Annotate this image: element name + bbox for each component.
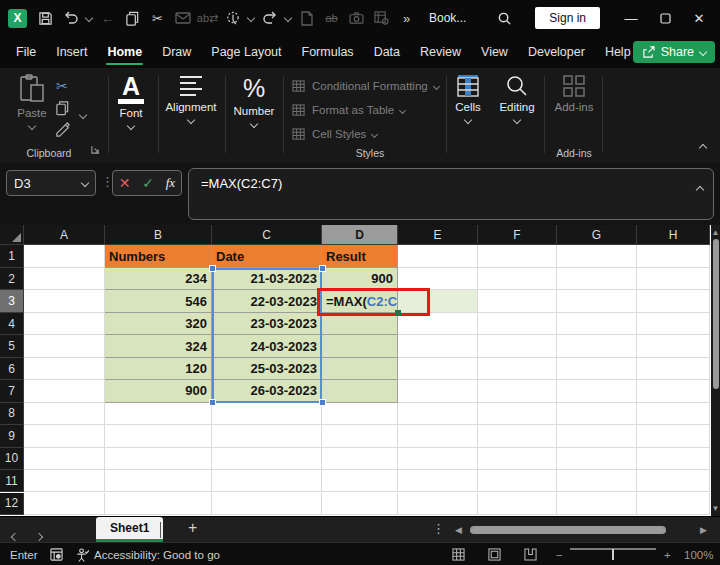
cell-H12[interactable] bbox=[637, 493, 710, 516]
vertical-scroll-thumb[interactable] bbox=[713, 239, 719, 389]
tab-draw[interactable]: Draw bbox=[152, 36, 201, 68]
cell-B4[interactable]: 320 bbox=[105, 313, 212, 335]
row-header-5[interactable]: 5 bbox=[0, 335, 24, 357]
cell-G10[interactable] bbox=[557, 448, 637, 470]
cell-G5[interactable] bbox=[557, 335, 637, 357]
cell-C8[interactable] bbox=[212, 403, 322, 425]
cell-C12[interactable] bbox=[212, 493, 322, 516]
format-painter-button[interactable] bbox=[54, 122, 71, 143]
cell-A8[interactable] bbox=[24, 403, 105, 425]
row-header-10[interactable]: 10 bbox=[0, 448, 24, 470]
cell-E8[interactable] bbox=[398, 403, 478, 425]
row-header-4[interactable]: 4 bbox=[0, 313, 24, 335]
accessibility-status[interactable]: Accessibility: Good to go bbox=[94, 543, 220, 565]
cell-A3[interactable] bbox=[24, 290, 105, 312]
select-all-corner[interactable] bbox=[0, 225, 24, 245]
cell-D12[interactable] bbox=[322, 493, 398, 516]
cell-A4[interactable] bbox=[24, 313, 105, 335]
share-button[interactable]: Share bbox=[633, 41, 715, 63]
cell-C6[interactable]: 25-03-2023 bbox=[212, 358, 322, 380]
horizontal-scroll-thumb[interactable] bbox=[470, 526, 666, 534]
hscroll-left-icon[interactable]: ◀ bbox=[455, 525, 462, 535]
cell-B2[interactable]: 234 bbox=[105, 268, 212, 290]
col-header-F[interactable]: F bbox=[478, 225, 557, 245]
cell-G4[interactable] bbox=[557, 313, 637, 335]
cell-D8[interactable] bbox=[322, 403, 398, 425]
cell-A12[interactable] bbox=[24, 493, 105, 516]
tab-page-layout[interactable]: Page Layout bbox=[201, 36, 291, 68]
cell-H7[interactable] bbox=[637, 380, 710, 402]
range-handle-2[interactable] bbox=[209, 399, 216, 406]
cell-G1[interactable] bbox=[557, 245, 637, 268]
tab-developer[interactable]: Developer bbox=[518, 36, 595, 68]
cell-C11[interactable] bbox=[212, 470, 322, 492]
row-header-2[interactable]: 2 bbox=[0, 268, 24, 290]
cell-G6[interactable] bbox=[557, 358, 637, 380]
undo-dropdown-icon[interactable] bbox=[83, 15, 95, 21]
touch-mode-dropdown-icon[interactable] bbox=[245, 15, 257, 21]
cell-G8[interactable] bbox=[557, 403, 637, 425]
sheet-tab-sheet1[interactable]: Sheet1 bbox=[96, 517, 163, 542]
maximize-button[interactable] bbox=[648, 4, 682, 32]
cell-E1[interactable] bbox=[398, 245, 478, 268]
copy-dropdown-icon[interactable] bbox=[80, 104, 86, 122]
row-header-1[interactable]: 1 bbox=[0, 245, 24, 268]
font-group-button[interactable]: A Font bbox=[103, 74, 159, 129]
cell-H1[interactable] bbox=[637, 245, 710, 268]
cell-A1[interactable] bbox=[24, 245, 105, 268]
col-header-D[interactable]: D bbox=[322, 225, 398, 245]
cell-F1[interactable] bbox=[478, 245, 557, 268]
zoom-out-button[interactable]: − bbox=[556, 543, 563, 565]
col-header-G[interactable]: G bbox=[557, 225, 637, 245]
cell-D6[interactable] bbox=[322, 358, 398, 380]
cell-C2[interactable]: 21-03-2023 bbox=[212, 268, 322, 290]
cell-C7[interactable]: 26-03-2023 bbox=[212, 380, 322, 402]
cell-C4[interactable]: 23-03-2023 bbox=[212, 313, 322, 335]
cell-D10[interactable] bbox=[322, 448, 398, 470]
macro-record-icon[interactable] bbox=[50, 543, 63, 565]
cell-B3[interactable]: 546 bbox=[105, 290, 212, 312]
col-header-A[interactable]: A bbox=[24, 225, 105, 245]
cancel-icon[interactable]: ✕ bbox=[119, 175, 131, 191]
tab-file[interactable]: File bbox=[6, 36, 46, 68]
cell-H5[interactable] bbox=[637, 335, 710, 357]
cell-F11[interactable] bbox=[478, 470, 557, 492]
tab-data[interactable]: Data bbox=[364, 36, 410, 68]
fill-handle[interactable] bbox=[395, 310, 401, 316]
copy-button[interactable] bbox=[55, 100, 70, 120]
cell-B12[interactable] bbox=[105, 493, 212, 516]
cell-F2[interactable] bbox=[478, 268, 557, 290]
cell-F10[interactable] bbox=[478, 448, 557, 470]
zoom-slider-thumb[interactable] bbox=[612, 549, 614, 560]
touch-mode-icon[interactable] bbox=[220, 6, 245, 30]
row-header-8[interactable]: 8 bbox=[0, 403, 24, 425]
formula-bar-collapse-icon[interactable] bbox=[697, 181, 703, 196]
cell-A2[interactable] bbox=[24, 268, 105, 290]
sign-in-button[interactable]: Sign in bbox=[535, 7, 600, 29]
enter-icon[interactable]: ✓ bbox=[142, 175, 154, 191]
zoom-slider[interactable] bbox=[570, 543, 656, 565]
cell-B9[interactable] bbox=[105, 425, 212, 447]
cell-C5[interactable]: 24-03-2023 bbox=[212, 335, 322, 357]
cell-F7[interactable] bbox=[478, 380, 557, 402]
col-header-E[interactable]: E bbox=[398, 225, 478, 245]
copy-icon[interactable] bbox=[120, 6, 145, 30]
cell-E11[interactable] bbox=[398, 470, 478, 492]
cell-F5[interactable] bbox=[478, 335, 557, 357]
editing-group-button[interactable]: Editing bbox=[491, 74, 543, 123]
cell-D2[interactable]: 900 bbox=[322, 268, 398, 290]
cell-B10[interactable] bbox=[105, 448, 212, 470]
cell-D5[interactable] bbox=[322, 335, 398, 357]
cells-group-button[interactable]: Cells bbox=[443, 74, 493, 123]
cell-D9[interactable] bbox=[322, 425, 398, 447]
normal-view-icon[interactable] bbox=[452, 543, 465, 565]
cell-F8[interactable] bbox=[478, 403, 557, 425]
search-icon[interactable] bbox=[489, 6, 519, 30]
cell-C1[interactable]: Date bbox=[212, 245, 322, 268]
cell-H9[interactable] bbox=[637, 425, 710, 447]
cell-G2[interactable] bbox=[557, 268, 637, 290]
paste-button[interactable]: Paste bbox=[6, 74, 58, 129]
cut-button[interactable]: ✂ bbox=[56, 78, 68, 94]
number-group-button[interactable]: % Number bbox=[226, 74, 282, 127]
cell-F9[interactable] bbox=[478, 425, 557, 447]
